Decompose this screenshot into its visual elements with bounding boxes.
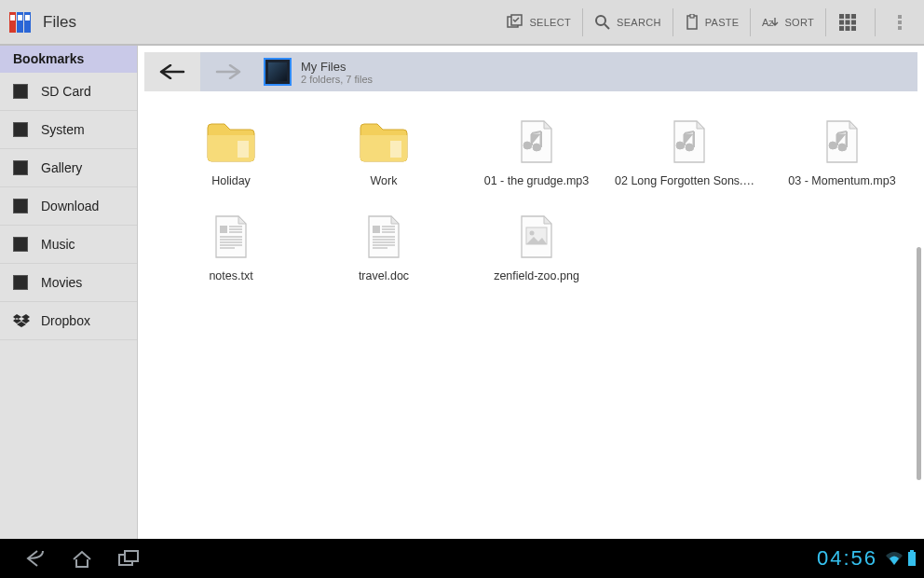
grid-view-icon [839,14,856,31]
sidebar-item-music[interactable]: Music [0,226,137,264]
svg-rect-25 [908,552,916,566]
file-label: Holiday [155,174,307,187]
body: Bookmarks SD CardSystemGalleryDownloadMu… [0,46,924,539]
sidebar-item-gallery[interactable]: Gallery [0,149,137,187]
svg-rect-5 [25,15,30,21]
file-item[interactable]: notes.txt [155,210,307,282]
paste-button[interactable]: PASTE [673,0,751,45]
file-item[interactable]: 03 - Momentum.mp3 [766,115,918,187]
action-bar: Files SELECT SEARCH PASTE a z SORT [0,0,924,46]
svg-rect-20 [839,26,844,31]
nav-back-button[interactable] [144,52,200,91]
file-label: notes.txt [155,269,307,282]
location-subtitle: 2 folders, 7 files [301,74,373,85]
svg-rect-15 [846,14,850,19]
search-button[interactable]: SEARCH [583,0,673,45]
svg-rect-14 [839,14,844,19]
image-file-icon [518,214,555,259]
audio-file-icon [518,119,555,164]
overflow-icon [890,13,909,32]
app-title: Files [43,13,76,32]
view-grid-button[interactable] [826,0,875,45]
svg-rect-17 [839,20,844,24]
file-label: zenfield-zoo.png [460,269,613,282]
folder-icon [359,120,409,163]
file-label: travel.doc [307,269,460,282]
bookmark-icon [13,275,28,290]
select-icon [507,14,523,31]
sort-button[interactable]: a z SORT [751,0,825,45]
sidebar-section-header: Bookmarks [0,46,137,73]
svg-rect-4 [18,15,22,21]
sidebar-item-movies[interactable]: Movies [0,264,137,302]
file-label: 03 - Momentum.mp3 [766,174,918,187]
search-icon [594,14,611,31]
file-label: Work [307,174,460,187]
file-item[interactable]: zenfield-zoo.png [460,210,613,282]
svg-rect-11 [690,14,694,18]
location-thumb-icon [264,58,292,86]
file-item[interactable]: Work [307,115,460,187]
system-nav-bar: 04:56 [0,539,924,578]
svg-rect-21 [846,26,850,31]
file-item[interactable]: travel.doc [307,210,460,282]
dropbox-icon [13,312,30,329]
sidebar: Bookmarks SD CardSystemGalleryDownloadMu… [0,46,138,539]
sidebar-item-sd-card[interactable]: SD Card [0,73,137,111]
audio-file-icon [823,119,861,164]
app-icon [6,7,37,38]
folder-icon [206,120,256,163]
arrow-left-icon [159,64,185,79]
file-label: 02 Long Forgotten Sons.mp3 [613,174,766,187]
paste-icon [685,14,700,31]
sort-icon: a z [762,16,779,29]
text-file-icon [212,214,250,259]
location-title: My Files [301,60,373,74]
wifi-status-icon [885,551,904,566]
svg-line-9 [605,24,609,29]
sidebar-item-download[interactable]: Download [0,187,137,226]
battery-status-icon [907,550,917,567]
file-item[interactable]: Holiday [155,115,307,187]
file-item[interactable]: 02 Long Forgotten Sons.mp3 [613,115,766,187]
audio-file-icon [671,119,708,164]
svg-point-8 [596,16,605,25]
bookmark-icon [13,160,28,175]
file-grid: HolidayWork01 - the grudge.mp302 Long Fo… [138,98,924,539]
svg-rect-22 [851,26,856,31]
file-label: 01 - the grudge.mp3 [460,174,613,187]
nav-forward-button[interactable] [200,52,256,91]
svg-rect-19 [851,20,856,24]
bookmark-icon [13,199,28,213]
bookmark-icon [13,84,28,99]
file-item[interactable]: 01 - the grudge.mp3 [460,115,613,187]
nav-back-sys-icon[interactable] [24,548,47,569]
bookmark-icon [13,122,28,137]
system-clock: 04:56 [817,546,877,571]
nav-home-sys-icon[interactable] [71,548,93,569]
sidebar-item-dropbox[interactable]: Dropbox [0,302,137,340]
path-location[interactable]: My Files 2 folders, 7 files [256,52,380,91]
svg-rect-18 [846,20,850,24]
main-pane: My Files 2 folders, 7 files HolidayWork0… [138,46,924,539]
svg-rect-16 [851,14,856,19]
overflow-menu-button[interactable] [876,0,924,45]
svg-rect-26 [910,550,914,552]
sidebar-item-system[interactable]: System [0,111,137,149]
text-file-icon [365,214,402,259]
bookmark-icon [13,237,28,252]
arrow-right-icon [215,64,241,79]
path-bar: My Files 2 folders, 7 files [144,52,917,91]
svg-rect-24 [125,551,138,561]
svg-rect-3 [10,15,15,21]
select-button[interactable]: SELECT [496,0,582,45]
scrollbar[interactable] [917,247,921,480]
nav-recents-sys-icon[interactable] [117,548,142,569]
